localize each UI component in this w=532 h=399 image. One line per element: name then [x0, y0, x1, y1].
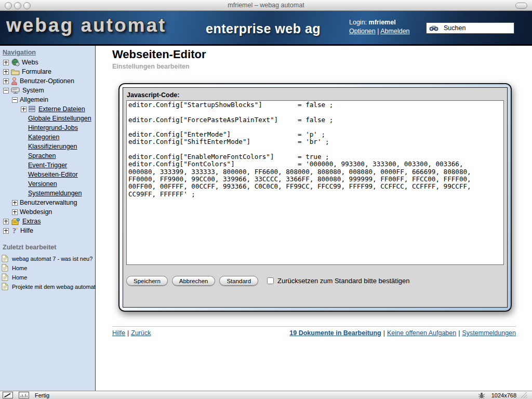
- tree-label[interactable]: Hilfe: [20, 227, 33, 234]
- page-icon: [2, 255, 8, 262]
- cancel-button[interactable]: Abbrechen: [172, 276, 216, 286]
- tree-item-event-trigger[interactable]: Event-Trigger: [0, 161, 95, 170]
- tree-label[interactable]: Globale Einstellungen: [28, 115, 91, 122]
- tree-label[interactable]: Systemmeldungen: [28, 190, 82, 197]
- tree-item-extras[interactable]: Extras: [0, 217, 95, 226]
- expand-icon[interactable]: [3, 60, 9, 65]
- status-text: Fertig: [35, 392, 49, 398]
- tree-label[interactable]: Event-Trigger: [28, 162, 67, 169]
- expand-icon[interactable]: [3, 78, 9, 84]
- tree-item-sprachen[interactable]: Sprachen: [0, 151, 95, 161]
- tree-label[interactable]: Formulare: [22, 68, 51, 75]
- expand-icon[interactable]: [3, 69, 9, 75]
- footer-separator: |: [458, 329, 460, 337]
- tree-label[interactable]: Extras: [22, 218, 41, 225]
- tree-item-klassifizierungen[interactable]: Klassifizierungen: [0, 142, 95, 151]
- tree-item-hintergrund-jobs[interactable]: Hintergrund-Jobs: [0, 123, 95, 132]
- confirm-checkbox-label: Zurücksetzen zum Standard bitte bestätig…: [277, 277, 409, 285]
- collapse-button-icon[interactable]: [515, 3, 527, 9]
- tree-item-webs[interactable]: Webs: [0, 58, 95, 67]
- tree-item-formulare[interactable]: Formulare: [0, 67, 95, 76]
- recent-item-webag-automat-7-was-ist-neu[interactable]: webag automat 7 - was ist neu?: [2, 255, 95, 262]
- recent-item-label[interactable]: Projekte mit dem webag automat: [12, 284, 96, 290]
- expand-icon[interactable]: [12, 209, 18, 215]
- tree-item-externe-dateien[interactable]: Externe Dateien: [0, 104, 95, 114]
- footer-separator: |: [127, 329, 129, 337]
- footer-link-hilfe[interactable]: Hilfe: [112, 329, 125, 337]
- default-button[interactable]: Standard: [219, 276, 258, 286]
- tree-item-webdesign[interactable]: Webdesign: [0, 207, 95, 217]
- extras-icon: [11, 218, 20, 225]
- tree-label[interactable]: Benutzerverwaltung: [20, 199, 77, 206]
- binoculars-icon: [429, 25, 438, 32]
- tree-label[interactable]: Webdesign: [20, 208, 52, 216]
- window-title: mfriemel – webag automat: [0, 2, 532, 9]
- recent-item-label[interactable]: webag automat 7 - was ist neu?: [12, 256, 92, 262]
- tree-item-benutzerverwaltung[interactable]: Benutzerverwaltung: [0, 198, 95, 207]
- nav-tree: WebsFormulareBenutzer-OptionenSystemAllg…: [0, 58, 95, 235]
- recent-item-label[interactable]: Home: [12, 265, 27, 271]
- footer-link-zur-ck[interactable]: Zurück: [131, 329, 151, 337]
- expand-icon[interactable]: [21, 107, 26, 112]
- resolution-text: 532x399: [491, 392, 516, 398]
- sidebar: Navigation WebsFormulareBenutzer-Optione…: [0, 46, 96, 391]
- tree-label[interactable]: Allgemein: [20, 96, 48, 103]
- footer-link-19-dokumente-in-bearbeitung[interactable]: 19 Dokumente in Bearbeitung: [289, 329, 381, 337]
- tree-label[interactable]: Benutzer-Optionen: [20, 77, 74, 85]
- svg-text:?: ?: [12, 227, 16, 235]
- recent-item-projekte-mit-dem-webag-automat[interactable]: Projekte mit dem webag automat: [2, 283, 95, 290]
- javascript-code-textarea[interactable]: editor.Config["StartupShowBlocks"] = fal…: [126, 100, 504, 265]
- tree-item-system[interactable]: System: [0, 86, 95, 95]
- tree-item-systemmeldungen[interactable]: Systemmeldungen: [0, 189, 95, 198]
- logout-link[interactable]: Abmelden: [380, 28, 409, 35]
- expand-icon[interactable]: [3, 219, 9, 224]
- tree-label[interactable]: Sprachen: [28, 152, 56, 159]
- window-titlebar: mfriemel – webag automat: [0, 0, 532, 11]
- recent-item-home[interactable]: Home: [2, 273, 95, 281]
- help-icon: ?: [11, 227, 18, 235]
- recent-item-home[interactable]: Home: [2, 264, 95, 272]
- tree-label[interactable]: Webs: [22, 59, 38, 66]
- tree-label[interactable]: Externe Dateien: [38, 105, 85, 113]
- tree-label[interactable]: Hintergrund-Jobs: [28, 124, 78, 131]
- footer-link-keine-offenen-aufgaben[interactable]: Keine offenen Aufgaben: [387, 329, 456, 337]
- collapse-icon[interactable]: [3, 88, 9, 94]
- tree-item-versionen[interactable]: Versionen: [0, 179, 95, 189]
- expand-icon[interactable]: [3, 228, 9, 234]
- tree-label[interactable]: Klassifizierungen: [28, 143, 77, 150]
- tree-item-benutzer-optionen[interactable]: Benutzer-Optionen: [0, 76, 95, 86]
- tree-item-hilfe[interactable]: ?Hilfe: [0, 226, 95, 235]
- tree-item-globale-einstellungen[interactable]: Globale Einstellungen: [0, 114, 95, 123]
- search-box[interactable]: [426, 22, 514, 34]
- login-block: Login: mfriemel Optionen | Abmelden: [349, 18, 410, 36]
- login-user: mfriemel: [369, 19, 396, 26]
- tree-label[interactable]: System: [22, 87, 44, 94]
- tree-item-webseiten-editor[interactable]: Webseiten-Editor: [0, 170, 95, 179]
- tree-label[interactable]: Versionen: [28, 180, 57, 188]
- resize-grip-icon[interactable]: [521, 392, 527, 398]
- recent-title: Zuletzt bearbeitet: [3, 244, 95, 251]
- settings-dialog: Javascript-Code: editor.Config["StartupS…: [118, 83, 512, 312]
- tree-label[interactable]: Webseiten-Editor: [28, 171, 78, 178]
- chart-icon: [19, 392, 29, 398]
- statusbar-right: 532x399: [478, 392, 529, 399]
- tree-item-allgemein[interactable]: Allgemein: [0, 95, 95, 104]
- tree-label[interactable]: Kategorien: [28, 134, 59, 141]
- expand-icon[interactable]: [12, 200, 18, 206]
- footer-left-links: Hilfe|Zurück: [112, 329, 151, 337]
- recent-list: webag automat 7 - was ist neu?HomeHomePr…: [0, 255, 95, 290]
- main-content: Webseiten-Editor Einstellungen bearbeite…: [96, 46, 532, 391]
- tree-item-kategorien[interactable]: Kategorien: [0, 132, 95, 142]
- confirm-checkbox[interactable]: [267, 277, 274, 284]
- footer-link-systemmeldungen[interactable]: Systemmeldungen: [462, 329, 516, 337]
- options-link[interactable]: Optionen: [349, 28, 376, 35]
- footer-right-links: 19 Dokumente in Bearbeitung|Keine offene…: [289, 329, 516, 337]
- recent-item-label[interactable]: Home: [12, 274, 27, 281]
- search-input[interactable]: [444, 24, 505, 32]
- page-icon: [2, 264, 8, 272]
- files-icon: [29, 105, 36, 113]
- save-button[interactable]: Speichern: [126, 276, 168, 286]
- page-footer: Hilfe|Zurück 19 Dokumente in Bearbeitung…: [112, 329, 516, 337]
- collapse-icon[interactable]: [12, 97, 18, 103]
- navigation-title[interactable]: Navigation: [3, 49, 95, 56]
